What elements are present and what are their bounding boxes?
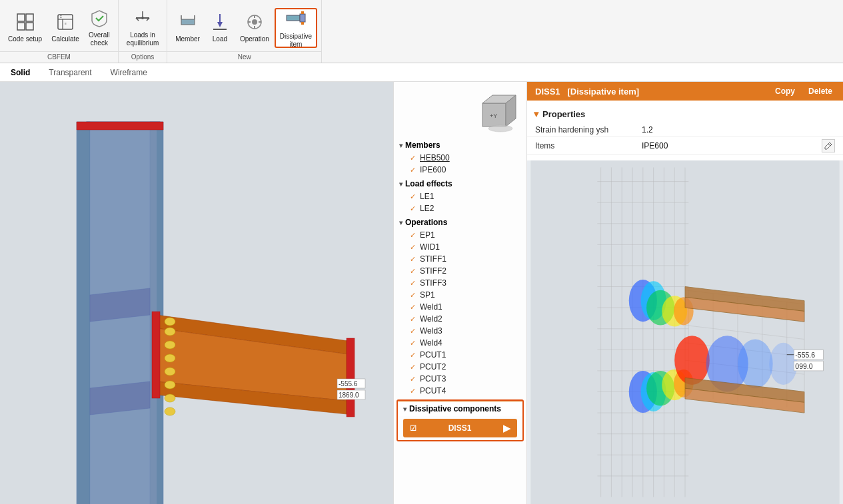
le2-check-icon: ✓	[410, 204, 416, 213]
items-edit-button[interactable]	[822, 139, 835, 152]
stiff3-check-icon: ✓	[410, 279, 416, 288]
overall-check-icon	[90, 9, 109, 30]
operations-section: ▾ Operations ✓ EP1 ✓ WID1 ✓ STIFF1 ✓ S	[394, 216, 526, 397]
member-icon	[179, 13, 197, 34]
svg-text:-555.6: -555.6	[795, 351, 815, 359]
svg-point-11	[141, 17, 144, 19]
right-header-id: DISS1 [Dissipative item]	[535, 87, 639, 97]
tree-item-pcut2[interactable]: ✓ PCUT2	[394, 361, 526, 373]
loads-in-equilibrium-button[interactable]: Loads inequilibrium	[123, 8, 163, 48]
right-header-type: [Dissipative item]	[567, 87, 639, 97]
svg-point-43	[165, 381, 175, 389]
ipe600-check-icon: ✓	[410, 166, 416, 174]
transparent-view-button[interactable]: Transparent	[45, 67, 95, 79]
svg-point-42	[165, 368, 175, 376]
load-effects-header[interactable]: ▾ Load effects	[394, 177, 526, 190]
cbfem-label: CBFEM	[0, 51, 118, 63]
svg-point-44	[165, 394, 175, 402]
wid1-check-icon: ✓	[410, 243, 416, 252]
load-label: Load	[213, 35, 227, 43]
code-setup-icon	[16, 13, 35, 34]
svg-rect-26	[301, 11, 304, 14]
right-3d-view[interactable]: -555.6 099.0	[527, 160, 843, 504]
svg-point-59	[488, 125, 512, 132]
wireframe-view-button[interactable]: Wireframe	[107, 67, 151, 79]
tree-item-weld1[interactable]: ✓ Weld1	[394, 301, 526, 313]
tree-item-pcut4[interactable]: ✓ PCUT4	[394, 385, 526, 397]
svg-rect-27	[301, 22, 304, 25]
delete-button[interactable]: Delete	[806, 85, 835, 97]
svg-rect-24	[287, 15, 300, 21]
items-row: Items IPE600	[527, 137, 843, 155]
heb500-check-icon: ✓	[410, 154, 416, 162]
heb500-label: HEB500	[420, 153, 450, 162]
new-label: New	[167, 51, 321, 63]
tree-item-stiff3[interactable]: ✓ STIFF3	[394, 277, 526, 289]
calculate-label: Calculate	[51, 35, 79, 43]
cbfem-buttons: Code setup Σ ≡ Calculate	[0, 3, 118, 50]
operation-button[interactable]: Operation	[236, 8, 273, 48]
operation-icon	[245, 13, 264, 34]
tree-item-ep1[interactable]: ✓ EP1	[394, 229, 526, 241]
weld2-label: Weld2	[420, 314, 442, 324]
members-header[interactable]: ▾ Members	[394, 138, 526, 152]
properties-section-header: ▾ Properties	[527, 106, 843, 123]
svg-point-41	[165, 354, 175, 362]
code-setup-label: Code setup	[8, 35, 42, 43]
tree-item-pcut1[interactable]: ✓ PCUT1	[394, 349, 526, 361]
tree-item-wid1[interactable]: ✓ WID1	[394, 241, 526, 253]
tree-item-weld4[interactable]: ✓ Weld4	[394, 337, 526, 349]
tree-item-weld3[interactable]: ✓ Weld3	[394, 325, 526, 337]
items-value-container: IPE600	[642, 139, 835, 152]
tree-item-pcut3[interactable]: ✓ PCUT3	[394, 373, 526, 385]
weld3-label: Weld3	[420, 326, 442, 336]
items-label: Items	[535, 141, 642, 150]
svg-rect-25	[300, 14, 305, 22]
toolbar-group-options: Loads inequilibrium Options	[119, 0, 167, 63]
diss1-item[interactable]: ☑ DISS1 ▶	[403, 419, 517, 437]
code-setup-button[interactable]: Code setup	[4, 8, 46, 48]
tree-item-stiff2[interactable]: ✓ STIFF2	[394, 265, 526, 277]
tree-item-sp1[interactable]: ✓ SP1	[394, 289, 526, 301]
load-button[interactable]: Load	[205, 8, 235, 48]
ep1-check-icon: ✓	[410, 231, 416, 240]
load-icon	[211, 13, 229, 34]
right-header-diss-id: DISS1	[535, 87, 560, 97]
weld2-check-icon: ✓	[410, 315, 416, 324]
weld1-check-icon: ✓	[410, 303, 416, 312]
load-effects-collapse-icon: ▾	[399, 180, 403, 188]
tree-item-weld2[interactable]: ✓ Weld2	[394, 313, 526, 325]
members-label: Members	[405, 140, 440, 150]
tree-item-stiff1[interactable]: ✓ STIFF1	[394, 253, 526, 265]
dissipative-item-button[interactable]: Dissipativeitem	[275, 8, 317, 48]
tree-item-ipe600[interactable]: ✓ IPE600	[394, 164, 526, 176]
loads-in-equilibrium-icon	[133, 9, 152, 30]
operations-header[interactable]: ▾ Operations	[394, 216, 526, 229]
operations-label: Operations	[405, 218, 447, 227]
le2-label: LE2	[420, 204, 434, 213]
toolbar-group-new: Member Load	[167, 0, 322, 63]
dissipative-label: Dissipative components	[409, 404, 501, 413]
copy-button[interactable]: Copy	[772, 85, 798, 97]
right-header-actions: Copy Delete	[772, 85, 835, 97]
svg-rect-1	[26, 14, 33, 21]
nav-cube[interactable]: +Y	[479, 90, 522, 133]
tree-item-le1[interactable]: ✓ LE1	[394, 190, 526, 202]
calculate-button[interactable]: Σ ≡ Calculate	[47, 8, 83, 48]
member-label: Member	[175, 35, 200, 43]
tree-item-le2[interactable]: ✓ LE2	[394, 202, 526, 214]
dissipative-components-header[interactable]: ▾ Dissipative components	[398, 401, 522, 416]
solid-view-button[interactable]: Solid	[7, 67, 34, 79]
3d-viewport[interactable]: -555.6 1869.0 +Y ▾ Members	[0, 82, 526, 504]
load-effects-label: Load effects	[405, 179, 452, 188]
tree-item-heb500[interactable]: ✓ HEB500	[394, 152, 526, 164]
member-button[interactable]: Member	[171, 8, 204, 48]
svg-text:+Y: +Y	[490, 113, 497, 119]
svg-text:-555.6: -555.6	[339, 380, 358, 387]
toolbar-group-cbfem: Code setup Σ ≡ Calculate	[0, 0, 119, 63]
properties-title: Properties	[542, 109, 585, 119]
stiff2-check-icon: ✓	[410, 267, 416, 276]
svg-point-46	[165, 407, 175, 415]
diss1-checkbox-icon: ☑	[410, 424, 417, 433]
overall-check-button[interactable]: Overallcheck	[85, 8, 114, 48]
